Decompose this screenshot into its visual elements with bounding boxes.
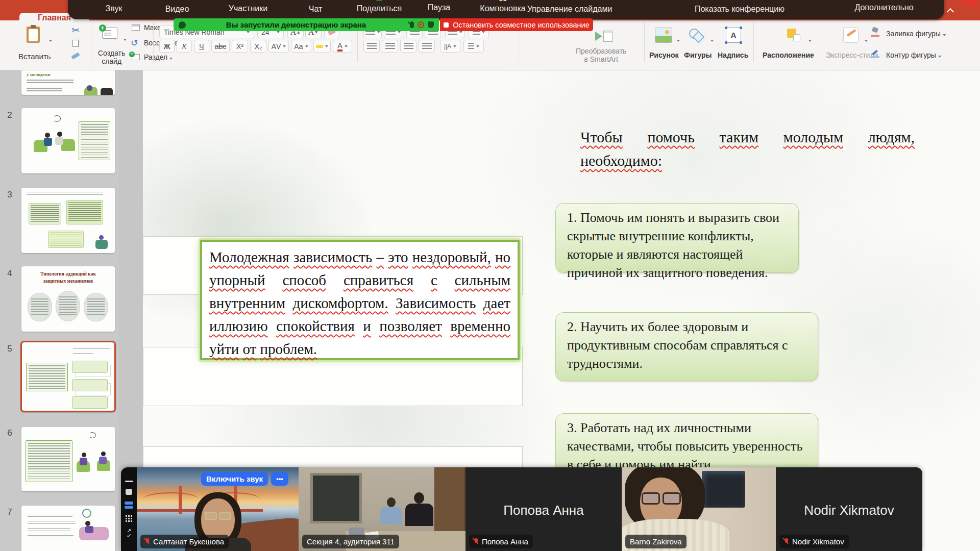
quick-styles-icon[interactable] (843, 28, 859, 43)
thumb2-number: 2 (4, 110, 15, 120)
toolbar-participants[interactable]: Участники (229, 0, 267, 13)
chat-icon (311, 0, 320, 3)
definition-textbox[interactable]: Молодежная зависимость – это нездоровый,… (200, 240, 520, 360)
screen-share-banner-text: Вы запустили демонстрацию экрана (186, 20, 406, 29)
chevron-up-icon (946, 8, 953, 15)
video-tile-popova[interactable]: Попова Анна Попова Анна (465, 467, 622, 551)
underline-button[interactable]: Ч (194, 40, 209, 53)
video-tile-nodir[interactable]: Nodir Xikmatov Nodir Xikmatov (776, 467, 922, 551)
align-left-button[interactable] (363, 40, 380, 53)
toolbar-show-meeting[interactable]: Показать конференцию (695, 0, 785, 14)
toolbar-pause[interactable]: Пауза (428, 0, 450, 12)
shapes-icon[interactable] (688, 28, 705, 43)
stop-share-button[interactable]: Остановить совместное использование (440, 18, 593, 31)
superscript-button[interactable]: X² (232, 40, 248, 53)
camera-icon (173, 0, 182, 3)
thumb4-cloud (28, 293, 52, 321)
zoom-video-strip: ↗↙ Включить звук ••• Салтанат Букешова (121, 467, 922, 551)
thumbnail-slide-4[interactable]: Типология аддикций как защитных механизм… (21, 266, 115, 332)
minimize-strip-icon[interactable] (125, 481, 133, 482)
toolbar-audio[interactable]: Звук (106, 0, 122, 13)
justify-button[interactable] (419, 40, 435, 53)
align-right-button[interactable] (400, 40, 416, 53)
shape-outline-button[interactable]: Контур фигуры (886, 51, 941, 59)
stop-video-strip-icon[interactable] (126, 489, 132, 495)
paste-dropdown[interactable] (47, 35, 52, 44)
section-button[interactable]: Раздел (144, 53, 173, 61)
align-center-button[interactable] (382, 40, 398, 53)
toolbar-share[interactable]: ↑ Поделиться (357, 0, 402, 13)
smartart-button[interactable]: Преобразовать в SmartArt (576, 47, 626, 63)
toolbar-video[interactable]: Видео (165, 0, 189, 14)
arrange-icon[interactable] (786, 28, 802, 43)
gallery-view-icon[interactable] (126, 515, 132, 522)
thumbnail-slide-6[interactable] (21, 427, 115, 491)
new-slide-icon[interactable]: + (102, 28, 117, 39)
slides-icon (565, 0, 574, 3)
participants-icon (243, 0, 253, 2)
video-tile-section4[interactable]: Секция 4, аудитория 311 (299, 467, 465, 551)
strikethrough-button[interactable]: abc (211, 40, 230, 53)
shapes-button[interactable]: Фигуры (684, 51, 712, 59)
mic-muted-icon (474, 538, 479, 545)
subscript-button[interactable]: X₂ (250, 40, 266, 53)
picture-button[interactable]: Рисунок (649, 51, 679, 59)
unmute-button[interactable]: Включить звук (201, 472, 268, 486)
toolbar-more[interactable]: Дополнительно (854, 0, 913, 12)
expand-strip-icon[interactable]: ↗↙ (127, 529, 131, 538)
glasses (642, 492, 685, 505)
highlight-button[interactable] (313, 40, 331, 53)
mic-muted-icon (784, 538, 789, 545)
change-case-button[interactable]: Аа (291, 40, 311, 53)
format-painter-icon[interactable] (71, 52, 80, 59)
quick-styles-dropdown[interactable] (863, 35, 868, 44)
thumb4-cloud (56, 291, 80, 321)
cut-icon[interactable]: ✂ (71, 24, 80, 36)
thumbnail-slide-1[interactable]: у молодежи (21, 70, 115, 95)
arrange-dropdown[interactable] (806, 35, 812, 44)
monitor-icon (735, 0, 744, 3)
arrange-button[interactable]: Расположение (763, 51, 814, 59)
paste-icon[interactable] (27, 27, 40, 43)
new-slide-dropdown[interactable] (121, 34, 127, 43)
thumbnail-slide-7[interactable] (21, 506, 115, 551)
textbox-icon[interactable]: A (726, 28, 741, 43)
screen-share-banner: Вы запустили демонстрацию экрана (174, 18, 439, 31)
mic-muted-icon (109, 0, 118, 2)
video-tile-saltanat[interactable]: Включить звук ••• Салтанат Букешова (137, 467, 299, 551)
shape-fill-icon (871, 28, 880, 35)
shapes-dropdown[interactable] (708, 35, 714, 44)
speaker-view-icon[interactable] (125, 502, 133, 509)
smartart-icon (595, 30, 612, 43)
point-2-callout[interactable]: 2. Научить их более здоровым и продуктив… (555, 312, 818, 381)
thumbnail-slide-3[interactable] (21, 188, 115, 253)
picture-icon[interactable] (655, 28, 672, 43)
toolbar-layout[interactable]: Компоновка (480, 0, 525, 13)
bold-button[interactable]: Ж (159, 40, 175, 53)
thumbnail-slide-2[interactable] (21, 108, 115, 173)
tile-more-button[interactable]: ••• (271, 472, 288, 486)
slide-title[interactable]: Чтобы помочь таким молодым людям, необхо… (580, 126, 915, 172)
thumb3-number: 3 (4, 190, 15, 200)
align-text-button[interactable] (463, 40, 484, 53)
toolbar-manage-slides[interactable]: Управление слайдами (527, 0, 612, 14)
copy-icon[interactable] (72, 40, 79, 47)
toolbar-chat[interactable]: Чат (309, 0, 323, 14)
paste-button[interactable]: Вставить (18, 52, 51, 61)
broadcast-icon (179, 21, 186, 29)
point-1-callout[interactable]: 1. Помочь им понять и выразить свои скры… (555, 203, 799, 273)
new-slide-button[interactable]: Создать слайд (98, 49, 125, 65)
text-direction-button[interactable]: ||А (440, 40, 460, 53)
thumb7-couch (79, 527, 109, 540)
character-spacing-button[interactable]: АV (268, 40, 289, 53)
textbox-button[interactable]: Надпись (718, 51, 748, 59)
italic-button[interactable]: К (177, 40, 192, 53)
thumb2-doodle (53, 115, 61, 122)
picture-dropdown[interactable] (675, 35, 680, 44)
font-color-button[interactable]: А (333, 40, 352, 53)
shape-fill-button[interactable]: Заливка фигуры (886, 30, 946, 38)
thumbnail-slide-5-selected[interactable] (20, 341, 116, 412)
cabinet (434, 467, 465, 538)
recording-corner-indicator (962, 0, 978, 7)
video-tile-barno[interactable]: Barno Zakirova (622, 467, 776, 551)
